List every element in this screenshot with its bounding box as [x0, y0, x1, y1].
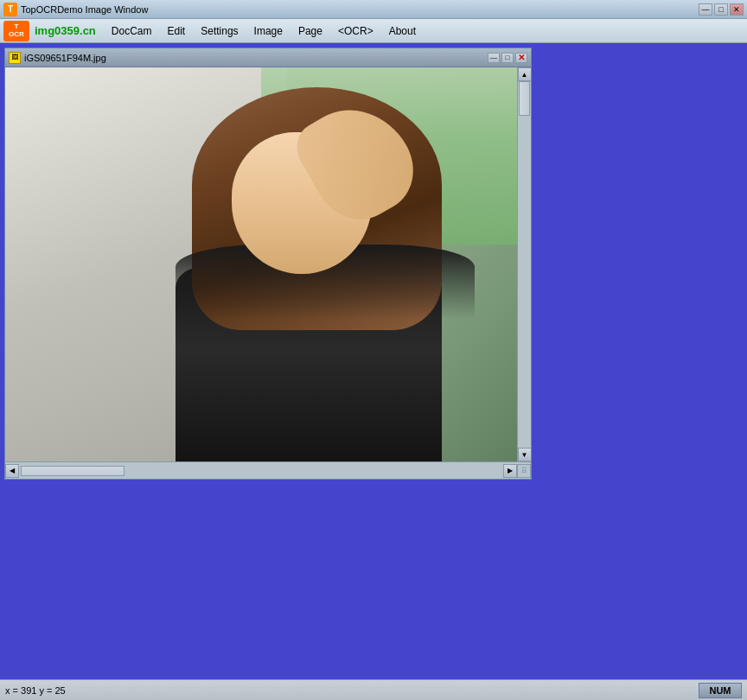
image-file-icon: 🖼 [9, 52, 21, 64]
scroll-thumb-v[interactable] [519, 81, 530, 116]
resize-corner[interactable]: ⠿ [517, 464, 531, 478]
scroll-down-button[interactable]: ▼ [518, 448, 532, 461]
window-title: TopOCRDemo Image Window [21, 4, 148, 15]
app-logo: TOCR [3, 21, 29, 41]
horizontal-scrollbar[interactable]: ◀ ▶ ⠿ [5, 461, 531, 479]
image-viewport[interactable] [5, 67, 517, 461]
title-bar: T TopOCRDemo Image Window — □ ✕ [0, 0, 747, 19]
photo-display [5, 67, 517, 461]
num-lock-indicator: NUM [699, 683, 742, 698]
menu-item-image[interactable]: Image [247, 22, 290, 40]
status-bar: x = 391 y = 25 NUM [0, 679, 747, 700]
photo-person [159, 87, 492, 461]
logo-text: TOCR [9, 23, 24, 39]
scroll-left-button[interactable]: ◀ [5, 464, 19, 478]
image-window-title-area: 🖼 iGS09651F94M.jpg [9, 52, 106, 64]
image-close-button[interactable]: ✕ [515, 53, 527, 63]
maximize-button[interactable]: □ [714, 3, 728, 16]
menu-item-page[interactable]: Page [291, 22, 329, 40]
menu-item-doccam[interactable]: DocCam [105, 22, 159, 40]
image-filename: iGS09651F94M.jpg [24, 53, 106, 63]
minimize-button[interactable]: — [699, 3, 712, 16]
scroll-right-button[interactable]: ▶ [503, 464, 517, 478]
close-button[interactable]: ✕ [730, 3, 744, 16]
scroll-track-h[interactable] [21, 466, 501, 476]
image-content-area: ▲ ▼ [5, 67, 531, 461]
menu-item-about[interactable]: About [382, 22, 423, 40]
title-bar-controls: — □ ✕ [699, 3, 744, 16]
title-bar-left: T TopOCRDemo Image Window [3, 3, 148, 16]
vertical-scrollbar[interactable]: ▲ ▼ [517, 67, 531, 461]
image-maximize-button[interactable]: □ [501, 53, 514, 63]
menu-item-ocr[interactable]: <OCR> [331, 22, 380, 40]
watermark-text: img0359.cn [35, 24, 96, 37]
image-minimize-button[interactable]: — [488, 53, 500, 63]
app-icon: T [3, 3, 17, 16]
menu-item-edit[interactable]: Edit [161, 22, 193, 40]
scroll-track-v[interactable] [518, 81, 531, 448]
menu-item-settings[interactable]: Settings [194, 22, 245, 40]
scroll-thumb-h[interactable] [21, 466, 124, 476]
scroll-up-button[interactable]: ▲ [518, 67, 532, 81]
image-window-titlebar: 🖼 iGS09651F94M.jpg — □ ✕ [5, 48, 531, 67]
menu-bar: TOCR img0359.cn DocCam Edit Settings Ima… [0, 19, 747, 43]
image-window: 🖼 iGS09651F94M.jpg — □ ✕ [4, 48, 532, 480]
coordinate-display: x = 391 y = 25 [5, 685, 66, 696]
main-area: 🖼 iGS09651F94M.jpg — □ ✕ [0, 43, 747, 679]
image-window-controls: — □ ✕ [488, 53, 527, 63]
